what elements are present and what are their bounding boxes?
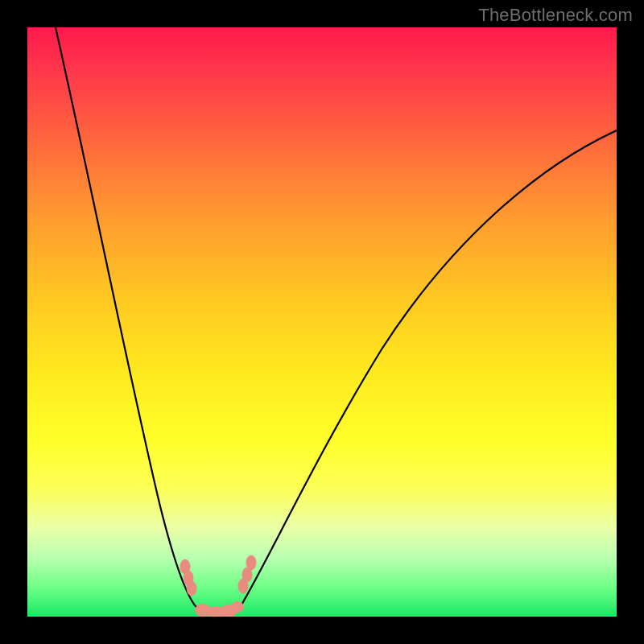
marker-cluster-right [238,555,256,593]
svg-point-9 [231,601,244,613]
curve-left-branch [56,27,195,605]
plot-area [27,27,617,617]
watermark: TheBottleneck.com [478,5,633,26]
bottleneck-curve-svg [27,27,617,617]
svg-point-5 [238,579,248,593]
svg-point-2 [187,581,196,596]
curve-right-branch [241,130,617,606]
marker-cluster-left [180,559,196,596]
chart-frame: TheBottleneck.com [0,0,644,644]
marker-valley-bottom [195,601,244,617]
